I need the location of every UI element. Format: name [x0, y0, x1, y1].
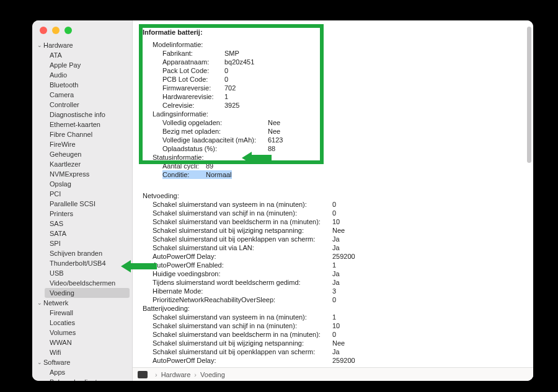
sidebar-item-spi[interactable]: SPI [33, 238, 132, 248]
table-row: Fabrikant:SMP [143, 49, 523, 58]
table-value: 0 [332, 209, 336, 217]
sidebar-item-usb[interactable]: USB [33, 268, 132, 278]
sidebar-item-locaties[interactable]: Locaties [33, 318, 132, 328]
sidebar-section-label: Software [43, 358, 70, 367]
cycles-row: Aantal cycli: 89 [143, 162, 523, 170]
sidebar-item-ata[interactable]: ATA [33, 50, 132, 60]
sidebar-section-hardware[interactable]: ⌄Hardware [33, 40, 132, 50]
table-key: Schakel sluimerstand van systeem in na (… [153, 313, 332, 321]
table-value: 0 [224, 66, 228, 75]
sidebar-item-sata[interactable]: SATA [33, 229, 132, 238]
table-value: 0 [332, 330, 336, 339]
path-bar: › Hardware › Voeding [133, 367, 533, 381]
sidebar-item-diagnostische-info[interactable]: Diagnostische info [33, 110, 132, 120]
table-key: Schakel sluimerstand van schijf in na (m… [153, 321, 332, 330]
table-row: Schakel sluimerstand van systeem in na (… [143, 313, 523, 321]
sidebar-item-controller[interactable]: Controller [33, 100, 132, 110]
system-information-window: ⌄HardwareATAApple PayAudioBluetoothCamer… [32, 20, 533, 381]
table-key: Schakel sluimerstand van beeldscherm in … [153, 217, 332, 226]
table-key: Schakel sluimerstand uit bij openklappen… [153, 347, 332, 356]
table-value: 259200 [332, 356, 355, 365]
sidebar-section-software[interactable]: ⌄Software [33, 357, 132, 367]
sidebar-item-voeding[interactable]: Voeding [45, 288, 130, 298]
table-key: Bezig met opladen: [162, 127, 268, 136]
chevron-down-icon: ⌄ [37, 298, 42, 307]
table-value: 3925 [224, 101, 239, 110]
table-row: Volledig opgeladen:Nee [143, 118, 523, 127]
window-controls [40, 27, 72, 34]
table-row: Schakel sluimerstand van beeldscherm in … [143, 217, 523, 226]
sidebar-item-schijven-branden[interactable]: Schijven branden [33, 248, 132, 258]
table-value: Nee [332, 226, 345, 235]
sidebar-item-firewall[interactable]: Firewall [33, 308, 132, 318]
model-info-heading: Modelinformatie: [143, 40, 523, 49]
sidebar-item-printers[interactable]: Printers [33, 209, 132, 219]
ac-power-heading: Netvoeding: [143, 191, 523, 200]
table-row: PrioritizeNetworkReachabilityOverSleep:0 [143, 295, 523, 304]
sidebar-item-thunderbolt-usb4[interactable]: Thunderbolt/USB4 [33, 258, 132, 268]
table-row: Apparaatnaam:bq20z451 [143, 58, 523, 66]
table-key: Tijdens sluimerstand wordt beeldscherm g… [153, 278, 332, 287]
table-key: Schakel sluimerstand uit bij wijziging n… [153, 339, 332, 347]
sidebar-item-parallelle-scsi[interactable]: Parallelle SCSI [33, 199, 132, 209]
table-value: Ja [332, 235, 340, 243]
table-row: Volledige laadcapaciteit (mAh):6123 [143, 136, 523, 144]
zoom-icon[interactable] [64, 27, 72, 34]
sidebar-item-wwan[interactable]: WWAN [33, 338, 132, 347]
path-sep-icon: › [155, 371, 157, 378]
sidebar-item-ethernet-kaarten[interactable]: Ethernet-kaarten [33, 120, 132, 129]
table-row: Celrevisie:3925 [143, 101, 523, 110]
content-pane: Informatie batterij: Modelinformatie: Fa… [133, 20, 533, 381]
sidebar-item-wifi[interactable]: Wifi [33, 347, 132, 357]
table-key: Fabrikant: [162, 49, 224, 58]
table-value: 0 [224, 75, 228, 84]
sidebar-item-kaartlezer[interactable]: Kaartlezer [33, 159, 132, 169]
table-value: Ja [332, 347, 340, 356]
sidebar-item-geheugen[interactable]: Geheugen [33, 149, 132, 159]
sidebar-section-label: Hardware [43, 41, 73, 50]
battery-power-heading: Batterijvoeding: [143, 304, 523, 313]
sidebar-section-netwerk[interactable]: ⌄Netwerk [33, 298, 132, 308]
table-key: Schakel sluimerstand van systeem in na (… [153, 200, 332, 209]
table-row: Hibernate Mode:3 [143, 287, 523, 295]
sidebar-item-volumes[interactable]: Volumes [33, 328, 132, 338]
condition-row: Conditie: Normaal [143, 170, 523, 179]
sidebar-item-bluetooth[interactable]: Bluetooth [33, 80, 132, 90]
sidebar-item-opslag[interactable]: Opslag [33, 179, 132, 189]
table-value: 3 [332, 287, 336, 295]
cycles-key: Aantal cycli: [162, 162, 206, 170]
table-value: Nee [268, 118, 280, 127]
sidebar-item-apple-pay[interactable]: Apple Pay [33, 60, 132, 70]
minimize-icon[interactable] [52, 27, 60, 34]
table-key: Schakel sluimerstand uit bij openklappen… [153, 235, 332, 243]
table-key: PCB Lot Code: [162, 75, 224, 84]
sidebar-item-sas[interactable]: SAS [33, 219, 132, 229]
table-value: 1 [332, 261, 336, 269]
path-hardware[interactable]: Hardware [161, 371, 191, 378]
device-icon [138, 371, 148, 378]
sidebar-item-nvmexpress[interactable]: NVMExpress [33, 169, 132, 179]
sidebar-item-pci[interactable]: PCI [33, 189, 132, 199]
table-row: AutoPowerOff Delay:259200 [143, 356, 523, 365]
table-value: SMP [224, 49, 239, 58]
sidebar-item-beheerde-client[interactable]: Beheerde client [33, 377, 132, 381]
table-row: Schakel sluimerstand uit via LAN:Ja [143, 243, 523, 252]
path-sep-icon: › [194, 371, 197, 378]
sidebar-item-video-beeldschermen[interactable]: Video/beeldschermen [33, 278, 132, 288]
table-value: 10 [332, 217, 340, 226]
table-key: Hardwarerevisie: [162, 92, 224, 101]
path-voeding[interactable]: Voeding [200, 371, 225, 378]
table-row: Schakel sluimerstand van schijf in na (m… [143, 321, 523, 330]
sidebar-item-apps[interactable]: Apps [33, 367, 132, 377]
sidebar-item-audio[interactable]: Audio [33, 70, 132, 80]
sidebar-item-camera[interactable]: Camera [33, 90, 132, 100]
close-icon[interactable] [40, 27, 47, 34]
chevron-down-icon: ⌄ [37, 358, 42, 367]
scrollbar[interactable] [527, 27, 531, 163]
sidebar-item-firewire[interactable]: FireWire [33, 139, 132, 149]
sidebar-item-fibre-channel[interactable]: Fibre Channel [33, 129, 132, 139]
table-row: AutoPowerOff Enabled:1 [143, 261, 523, 269]
table-key: Huidige voedingsbron: [153, 269, 332, 278]
table-key: Volledige laadcapaciteit (mAh): [162, 136, 268, 144]
table-key: Oplaadstatus (%): [162, 144, 268, 153]
